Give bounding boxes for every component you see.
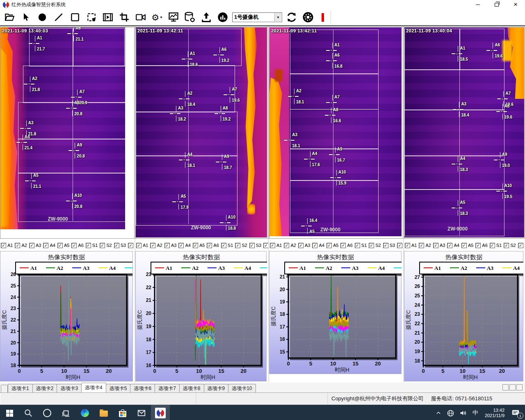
line-tool-button[interactable] xyxy=(52,11,66,24)
settings-button[interactable]: ⚙▼ xyxy=(150,11,164,24)
select-tool-button[interactable] xyxy=(19,11,33,24)
checkbox-S3[interactable]: ✓S3 xyxy=(249,243,261,248)
tab-8[interactable]: 选项卡8 xyxy=(179,384,204,393)
chevron-down-icon[interactable]: ▼ xyxy=(274,13,281,21)
tab-3[interactable]: 选项卡3 xyxy=(57,384,82,393)
crosshair-icon xyxy=(486,50,497,51)
notification-button[interactable]: 1 xyxy=(509,405,523,420)
checkbox-A3[interactable]: ✓A3 xyxy=(29,243,41,248)
tab-1[interactable]: 选项卡1 xyxy=(8,384,33,393)
checkbox-S3[interactable]: ✓S3 xyxy=(518,243,525,248)
checkbox-overflow[interactable]: ✓ xyxy=(263,243,268,248)
network-button[interactable] xyxy=(445,405,456,420)
checkbox-A1[interactable]: ✓A1 xyxy=(1,243,13,248)
tab-4[interactable]: 选项卡4 xyxy=(81,383,106,393)
tray-expand-button[interactable] xyxy=(433,405,444,420)
checkbox-S2[interactable]: ✓S2 xyxy=(369,243,381,248)
crop-tool-button[interactable] xyxy=(117,11,131,24)
checkbox-A2[interactable]: ✓A2 xyxy=(15,243,27,248)
region-tool-button[interactable] xyxy=(84,11,98,24)
checkbox-A6[interactable]: ✓A6 xyxy=(475,243,487,248)
svg-text:5: 5 xyxy=(176,368,178,374)
ellipse-tool-button[interactable] xyxy=(35,11,49,24)
checkbox-A2[interactable]: ✓A2 xyxy=(150,243,162,248)
checkbox-A3[interactable]: ✓A3 xyxy=(433,243,445,248)
checkbox-A6[interactable]: ✓A6 xyxy=(71,243,83,248)
checkbox-S2[interactable]: ✓S2 xyxy=(100,243,112,248)
tabbar-square-2[interactable] xyxy=(509,384,516,390)
svg-text:A4: A4 xyxy=(244,265,251,271)
device-button[interactable] xyxy=(301,11,315,24)
svg-text:0: 0 xyxy=(422,368,425,374)
checkbox-S3[interactable]: ✓S3 xyxy=(114,243,126,248)
svg-text:25: 25 xyxy=(11,283,16,289)
restore-button[interactable] xyxy=(487,0,506,9)
checkbox-A4[interactable]: ✓A4 xyxy=(312,243,324,248)
thermal-image[interactable]: 2021-11-09 13:42:11ZW-9000A118.6A619.2A2… xyxy=(136,27,267,237)
checkbox-S1[interactable]: ✓S1 xyxy=(86,243,98,248)
minimize-button[interactable] xyxy=(468,0,487,9)
tabbar-square-1[interactable] xyxy=(502,384,509,390)
checkbox-A6[interactable]: ✓A6 xyxy=(340,243,352,248)
tab-10[interactable]: 选项卡10 xyxy=(228,384,256,393)
store-button[interactable] xyxy=(113,405,132,420)
checkbox-A4[interactable]: ✓A4 xyxy=(43,243,55,248)
edge-button[interactable] xyxy=(75,405,94,420)
checkbox-S1[interactable]: ✓S1 xyxy=(490,243,502,248)
checkmark-icon: ✓ xyxy=(221,243,226,248)
task-view-button[interactable] xyxy=(57,405,75,420)
thermal-image[interactable]: 2021-11-09 13:40:04ZW-9000A118.5A619.6A7… xyxy=(404,27,524,237)
refresh-button[interactable] xyxy=(285,11,299,24)
checkbox-A1[interactable]: ✓A1 xyxy=(136,243,148,248)
camera-selector[interactable]: 1号摄像机 ▼ xyxy=(232,12,282,22)
tab-7[interactable]: 选项卡7 xyxy=(155,384,180,393)
checkbox-A5[interactable]: ✓A5 xyxy=(461,243,473,248)
checkbox-A6[interactable]: ✓A6 xyxy=(207,243,219,248)
cortana-button[interactable] xyxy=(38,405,57,420)
rectangle-tool-button[interactable] xyxy=(68,11,82,24)
checkbox-S1[interactable]: ✓S1 xyxy=(221,243,233,248)
checkbox-A5[interactable]: ✓A5 xyxy=(326,243,338,248)
thermal-image[interactable]: 2021-11-09 13:40:03ZW-9000A121.7A621.1A2… xyxy=(0,27,125,229)
database-settings-button[interactable] xyxy=(183,11,197,24)
checkbox-A2[interactable]: ✓A2 xyxy=(284,243,296,248)
ime-indicator[interactable]: 中 xyxy=(470,405,481,420)
checkbox-S1[interactable]: ✓S1 xyxy=(355,243,367,248)
checkbox-A1[interactable]: ✓A1 xyxy=(405,243,417,248)
checkbox-A1[interactable]: ✓A1 xyxy=(270,243,282,248)
statistics-button[interactable] xyxy=(216,11,230,24)
start-button[interactable] xyxy=(0,405,19,420)
tab-6[interactable]: 选项卡6 xyxy=(130,384,155,393)
crosshair-icon xyxy=(29,43,39,44)
camera-button[interactable] xyxy=(134,11,148,24)
tab-2[interactable]: 选项卡2 xyxy=(32,384,57,393)
close-button[interactable]: ✕ xyxy=(506,0,525,9)
search-button[interactable] xyxy=(19,405,38,420)
checkbox-A2[interactable]: ✓A2 xyxy=(419,243,431,248)
checkbox-overflow[interactable]: ✓ xyxy=(128,243,135,248)
checkbox-S2[interactable]: ✓S2 xyxy=(504,243,516,248)
checkbox-A4[interactable]: ✓A4 xyxy=(447,243,459,248)
tabbar-square-3[interactable] xyxy=(516,384,523,390)
checkbox-S3[interactable]: ✓S3 xyxy=(383,243,395,248)
file-explorer-button[interactable] xyxy=(94,405,113,420)
checkbox-S2[interactable]: ✓S2 xyxy=(235,243,247,248)
checkbox-A3[interactable]: ✓A3 xyxy=(164,243,176,248)
checkbox-A3[interactable]: ✓A3 xyxy=(298,243,310,248)
volume-button[interactable] xyxy=(458,405,468,420)
monitor-chart-button[interactable] xyxy=(167,11,180,24)
upload-button[interactable] xyxy=(199,11,213,24)
checkbox-overflow[interactable]: ✓ xyxy=(397,243,403,248)
open-file-button[interactable] xyxy=(2,11,16,24)
checkbox-A5[interactable]: ✓A5 xyxy=(57,243,69,248)
tab-5[interactable]: 选项卡5 xyxy=(106,384,131,393)
mail-button[interactable] xyxy=(132,405,151,420)
checkbox-A5[interactable]: ✓A5 xyxy=(193,243,205,248)
thermal-image[interactable]: 2021-11-09 13:42:11ZW-9000A1A616.8A218.1… xyxy=(269,27,402,236)
video-camera-icon xyxy=(135,12,146,23)
tab-9[interactable]: 选项卡9 xyxy=(204,384,229,393)
checkbox-A4[interactable]: ✓A4 xyxy=(178,243,190,248)
taskbar-clock[interactable]: 13:42 2021/11/9 xyxy=(482,408,507,418)
video-frames-button[interactable] xyxy=(101,11,115,24)
thermal-app-taskbar-button[interactable] xyxy=(151,405,170,420)
